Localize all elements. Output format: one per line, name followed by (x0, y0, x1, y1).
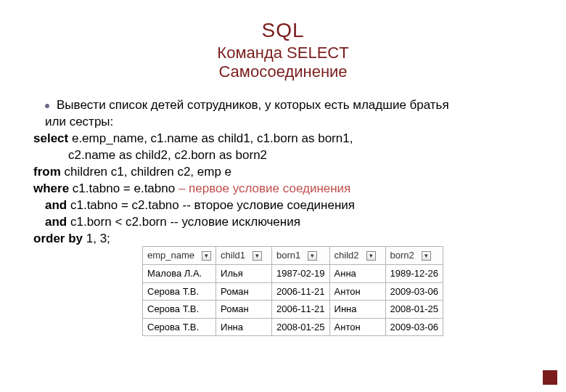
cell: Антон (329, 318, 385, 336)
header-label: born2 (390, 249, 414, 262)
col-child1[interactable]: child1▾ (216, 247, 272, 265)
col-emp_name[interactable]: emp_name▾ (143, 247, 216, 265)
cell: 2008-01-25 (385, 301, 443, 319)
chevron-down-icon[interactable]: ▾ (308, 251, 317, 261)
bullet-text-line2: или сестры: (20, 114, 546, 131)
col-born2[interactable]: born2▾ (385, 247, 443, 265)
cell: Антон (329, 282, 385, 301)
sql-select-cols: e.emp_name, c1.name as child1, c1.born a… (68, 131, 353, 145)
sql-where-line: where c1.tabno = e.tabno – первое услови… (33, 181, 546, 197)
sql-code: select e.emp_name, c1.name as child1, c1… (20, 131, 546, 248)
cell: Серова Т.В. (143, 318, 216, 336)
page-title: SQL (20, 19, 546, 42)
table-row: Серова Т.В. Роман 2006-11-21 Антон 2009-… (143, 282, 443, 301)
sql-where-body: c1.tabno = e.tabno (69, 181, 179, 195)
slide: SQL Команда SELECT Самосоединение Вывест… (0, 0, 566, 349)
col-born1[interactable]: born1▾ (272, 247, 330, 265)
bullet-item: Вывести список детей сотрудников, у кото… (20, 97, 546, 114)
cell: Серова Т.В. (143, 301, 216, 319)
cell: 1987-02-19 (272, 264, 330, 282)
cell: Инна (216, 318, 272, 336)
sql-and2-line: and c1.born < c2.born -- условие исключе… (33, 214, 546, 231)
cell: 2008-01-25 (272, 318, 330, 336)
keyword-and2: and (45, 215, 67, 229)
sql-from-body: children c1, children c2, emp e (61, 165, 231, 179)
header-label: child2 (335, 249, 359, 262)
cell: 1989-12-26 (385, 264, 443, 282)
cell: Роман (216, 282, 272, 301)
cell: 2006-11-21 (272, 301, 330, 319)
sql-and1-line: and c1.tabno = c2.tabno -- второе услови… (33, 197, 546, 214)
chevron-down-icon[interactable]: ▾ (202, 251, 211, 261)
table-row: Серова Т.В. Инна 2008-01-25 Антон 2009-0… (143, 318, 443, 336)
cell: 2009-03-06 (385, 282, 443, 301)
subtitle-selfjoin: Самосоединение (20, 62, 546, 81)
cell: 2009-03-06 (385, 318, 443, 336)
slide-marker-icon (543, 370, 557, 385)
sql-and2-body: c1.born < c2.born -- условие исключения (67, 215, 300, 229)
sql-select-line: select e.emp_name, c1.name as child1, c1… (33, 131, 546, 147)
table-header: emp_name▾ child1▾ born1▾ child2▾ born2▾ (143, 247, 443, 265)
subtitle-select: Команда SELECT (20, 44, 546, 62)
result-table: emp_name▾ child1▾ born1▾ child2▾ born2▾ … (142, 246, 443, 336)
keyword-from: from (33, 165, 61, 179)
chevron-down-icon[interactable]: ▾ (253, 251, 262, 261)
content: Вывести список детей сотрудников, у кото… (20, 97, 546, 336)
keyword-and1: and (45, 198, 67, 212)
table-row: Малова Л.А. Илья 1987-02-19 Анна 1989-12… (143, 264, 443, 282)
header-label: emp_name (147, 249, 194, 262)
cell: 2006-11-21 (272, 282, 330, 301)
cell: Инна (329, 301, 385, 319)
cell: Анна (329, 264, 385, 282)
cell: Илья (216, 264, 272, 282)
cell: Серова Т.В. (143, 282, 216, 301)
sql-select-line2: c2.name as child2, c2.born as born2 (33, 147, 546, 164)
sql-from-line: from children c1, children c2, emp e (33, 164, 546, 181)
keyword-where: where (33, 181, 69, 195)
chevron-down-icon[interactable]: ▾ (366, 251, 376, 261)
table-row: Серова Т.В. Роман 2006-11-21 Инна 2008-0… (143, 301, 443, 319)
sql-orderby-body: 1, 3; (83, 232, 110, 245)
chevron-down-icon[interactable]: ▾ (422, 251, 431, 261)
table-body: Малова Л.А. Илья 1987-02-19 Анна 1989-12… (143, 264, 443, 335)
sql-orderby-line: order by 1, 3; (33, 231, 546, 248)
cell: Роман (216, 301, 272, 319)
keyword-select: select (33, 131, 68, 145)
header-label: child1 (221, 249, 245, 262)
header-label: born1 (276, 249, 300, 262)
keyword-orderby: order by (33, 232, 83, 245)
sql-where-comment: – первое условие соединения (179, 181, 350, 195)
col-child2[interactable]: child2▾ (329, 247, 385, 265)
bullet-icon (45, 104, 49, 108)
sql-and1-body: c1.tabno = c2.tabno -- второе условие со… (67, 198, 355, 212)
bullet-text-line1: Вывести список детей сотрудников, у кото… (57, 97, 449, 114)
cell: Малова Л.А. (143, 264, 216, 282)
